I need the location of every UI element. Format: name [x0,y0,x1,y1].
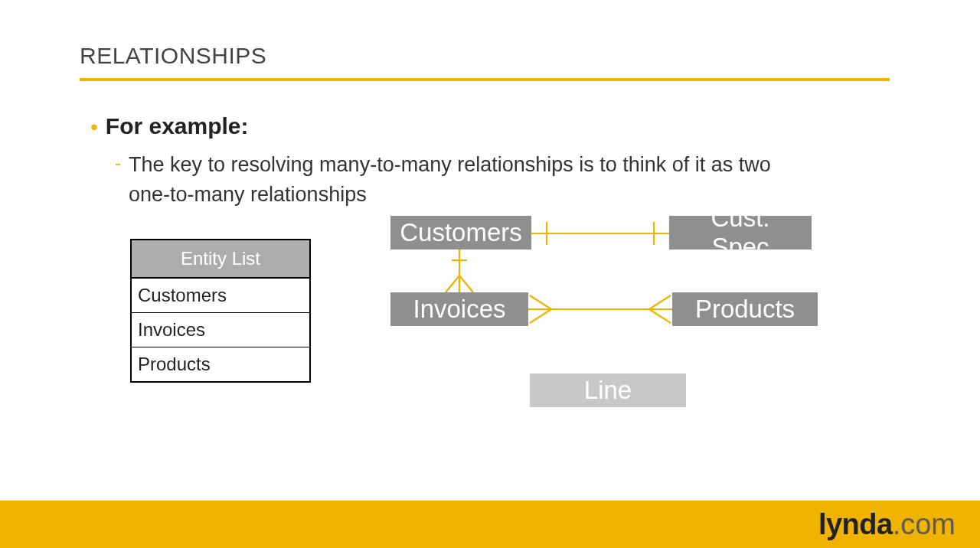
footer-bar: lynda.com [0,501,980,548]
er-diagram: Customers Cust. Spec Invoices Products L… [0,0,980,548]
node-products: Products [672,292,818,326]
node-line: Line [530,373,686,407]
node-invoices: Invoices [390,292,528,326]
brand-tld: .com [893,508,956,541]
node-customers: Customers [390,216,531,250]
slide: RELATIONSHIPS • For example: - The key t… [0,0,980,548]
connectors [0,0,980,548]
brand-name: lynda [818,508,893,541]
node-cust-spec: Cust. Spec [669,216,812,250]
